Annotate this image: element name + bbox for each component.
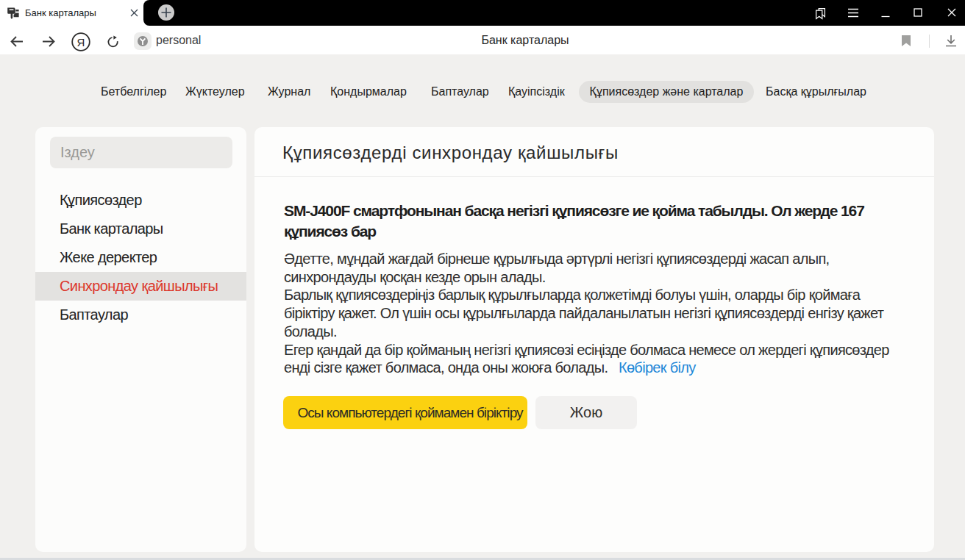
svg-text:Я: Я	[77, 36, 85, 49]
